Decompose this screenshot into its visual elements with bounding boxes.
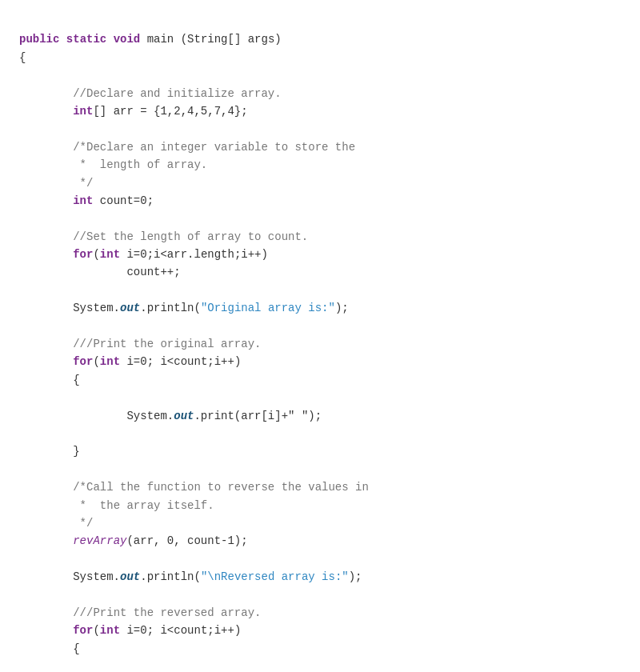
line-31: System.out.println("\nReversed array is:… [19,570,362,583]
line-7: /*Declare an integer variable to store t… [19,141,355,154]
line-2: { [19,51,26,64]
line-35: { [19,642,80,655]
line-18: ///Print the original array. [19,338,261,350]
line-28: */ [19,517,93,530]
line-19: for(int i=0; i<count;i++) [19,355,241,368]
line-1: public static void main (String[] args) [19,33,282,46]
line-33: ///Print the reversed array. [19,606,261,619]
line-20: { [19,374,80,386]
line-14: count++; [19,266,181,278]
line-12: //Set the length of array to count. [19,230,308,243]
line-10: int count=0; [19,194,154,207]
line-16: System.out.println("Original array is:")… [19,302,349,314]
line-34: for(int i=0; i<count;i++) [19,624,241,637]
line-27: * the array itself. [19,499,214,512]
line-22: System.out.print(arr[i]+" "); [19,410,322,422]
line-5: int[] arr = {1,2,4,5,7,4}; [19,105,248,118]
line-8: * length of array. [19,158,207,171]
line-4: //Declare and initialize array. [19,87,282,100]
line-29: revArray(arr, 0, count-1); [19,534,248,547]
line-24: } [19,445,80,458]
line-26: /*Call the function to reverse the value… [19,481,369,494]
line-13: for(int i=0;i<arr.length;i++) [19,248,268,261]
line-9: */ [19,177,93,190]
code-viewer: public static void main (String[] args) … [19,13,621,672]
